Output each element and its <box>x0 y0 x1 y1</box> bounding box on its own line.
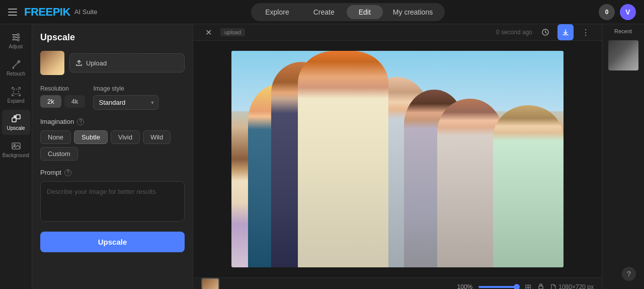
tab-my-creations[interactable]: My creations <box>383 5 443 19</box>
resolution-buttons: 2k 4k <box>40 95 85 108</box>
svg-point-5 <box>17 39 19 41</box>
dimensions-text: 1080×720 px <box>550 283 594 289</box>
canvas-image-wrapper: 😊 <box>193 41 602 277</box>
lock-icon[interactable] <box>537 283 544 290</box>
prompt-label: Prompt <box>40 169 61 176</box>
svg-rect-8 <box>12 118 16 122</box>
canvas-image: 😊 <box>231 51 564 267</box>
resolution-group: Resolution 2k 4k <box>40 85 85 110</box>
sidebar-label-background: Background <box>3 153 29 158</box>
image-style-group: Image style StandardVividSharpSoft <box>93 85 158 110</box>
avatar-letter[interactable]: V <box>620 4 636 20</box>
sidebar-label-adjust: Adjust <box>9 44 23 49</box>
svg-rect-0 <box>12 34 17 35</box>
top-nav: FREEPIK AI Suite Explore Create Edit My … <box>0 0 644 24</box>
zoom-slider[interactable] <box>478 286 519 288</box>
zoom-level: 100% <box>457 283 473 289</box>
upscale-icon <box>11 114 21 124</box>
sidebar-item-retouch[interactable]: Retouch <box>2 55 30 81</box>
upload-label: Upload <box>86 59 107 67</box>
svg-point-1 <box>17 34 19 36</box>
resolution-4k[interactable]: 4k <box>64 95 86 108</box>
image-thumbnail <box>40 51 64 75</box>
resolution-label: Resolution <box>40 85 85 92</box>
tab-explore[interactable]: Explore <box>253 5 301 19</box>
imagination-subtle[interactable]: Subtle <box>74 130 108 144</box>
tab-edit[interactable]: Edit <box>347 5 383 19</box>
sidebar-label-retouch: Retouch <box>7 71 25 77</box>
canvas-toolbar: ✕ upload 0 second ago ⋮ <box>193 24 602 41</box>
resolution-style-row: Resolution 2k 4k Image style StandardViv… <box>40 85 185 110</box>
image-dimensions: 1080×720 px <box>558 283 594 289</box>
history-button[interactable] <box>537 24 553 40</box>
download-button[interactable] <box>557 24 574 40</box>
nav-right: 0 V <box>599 4 636 20</box>
main-layout: Adjust Retouch Expand <box>0 24 644 289</box>
recent-thumb-preview <box>608 40 638 70</box>
upload-section: Upload <box>40 51 185 75</box>
svg-rect-7 <box>14 89 19 94</box>
logo: FREEPIK AI Suite <box>24 6 97 19</box>
style-select[interactable]: StandardVividSharpSoft <box>93 95 158 110</box>
sidebar-label-upscale: Upscale <box>7 125 25 131</box>
sidebar-item-adjust[interactable]: Adjust <box>2 28 30 53</box>
upscale-button[interactable]: Upscale <box>40 232 185 252</box>
prompt-row: Prompt ? <box>40 169 185 176</box>
sidebar-item-expand[interactable]: Expand <box>2 83 30 108</box>
svg-rect-9 <box>16 115 20 119</box>
canvas-area: ✕ upload 0 second ago ⋮ <box>193 24 602 289</box>
lock-svg-icon <box>537 283 544 290</box>
sidebar-item-background[interactable]: Background <box>2 137 30 162</box>
svg-rect-13 <box>539 286 543 289</box>
history-icon <box>541 28 549 36</box>
imagination-vivid[interactable]: Vivid <box>111 130 140 144</box>
canvas-bottom: Original 100% ⊞ 1080×720 px <box>193 277 602 289</box>
resolution-2k[interactable]: 2k <box>40 95 61 108</box>
imagination-label: Imagination <box>40 118 74 125</box>
hamburger-icon[interactable] <box>8 7 18 17</box>
imagination-wild[interactable]: Wild <box>143 130 171 144</box>
timestamp: 0 second ago <box>496 29 532 36</box>
icon-sidebar: Adjust Retouch Expand <box>0 24 32 289</box>
download-icon <box>561 28 570 36</box>
upload-button[interactable]: Upload <box>69 53 185 73</box>
imagination-custom[interactable]: Custom <box>40 147 78 161</box>
svg-rect-2 <box>15 37 20 38</box>
imagination-none[interactable]: None <box>40 130 71 144</box>
imagination-row: Imagination ? <box>40 118 185 125</box>
close-button[interactable]: ✕ <box>201 25 215 39</box>
svg-point-3 <box>13 36 15 38</box>
prompt-textarea[interactable] <box>40 181 185 222</box>
recent-label: Recent <box>614 28 632 34</box>
panel-title: Upscale <box>40 32 185 43</box>
toolbar-icons: ⋮ <box>537 24 594 40</box>
more-button[interactable]: ⋮ <box>578 24 594 40</box>
expand-icon <box>11 87 21 97</box>
upload-icon <box>75 59 83 67</box>
svg-point-11 <box>14 144 15 146</box>
sidebar-label-expand: Expand <box>8 98 25 104</box>
original-thumbnail[interactable]: Original <box>201 278 219 289</box>
avatar-number[interactable]: 0 <box>599 4 615 20</box>
ai-suite-label: AI Suite <box>74 8 98 16</box>
upload-badge: upload <box>220 28 245 36</box>
nav-left: FREEPIK AI Suite <box>8 6 97 19</box>
fit-icon[interactable]: ⊞ <box>525 282 531 290</box>
sliders-icon <box>11 32 21 42</box>
style-select-wrapper: StandardVividSharpSoft <box>93 95 158 110</box>
tab-create[interactable]: Create <box>301 5 347 19</box>
right-panel: Recent <box>602 24 644 289</box>
image-style-label: Image style <box>93 85 158 92</box>
logo-text: FREEPIK <box>24 6 70 19</box>
background-icon <box>11 141 21 151</box>
prompt-info-icon[interactable]: ? <box>64 169 71 176</box>
recent-thumbnail-1[interactable] <box>607 39 639 71</box>
brush-icon <box>11 59 21 69</box>
imagination-buttons: None Subtle Vivid Wild Custom <box>40 130 185 161</box>
panel: Upscale Upload Resolution 2k 4k <box>32 24 193 289</box>
thumbnail-preview <box>40 51 64 75</box>
imagination-info-icon[interactable]: ? <box>77 118 84 125</box>
svg-rect-4 <box>12 39 17 40</box>
sidebar-item-upscale[interactable]: Upscale <box>2 110 30 135</box>
help-button[interactable]: ? <box>622 267 636 281</box>
